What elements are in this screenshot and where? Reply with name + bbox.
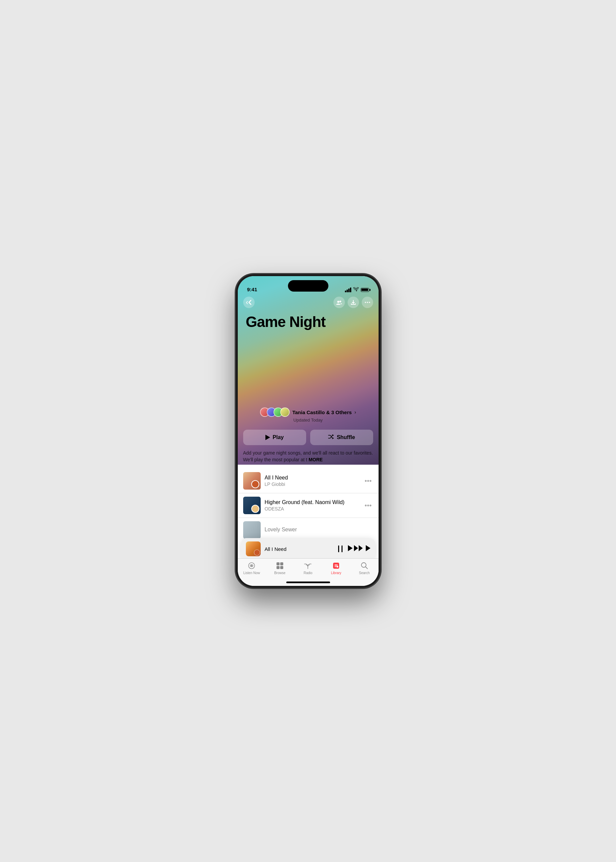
song-info-2: Higher Ground (feat. Naomi Wild) ODESZA <box>265 499 359 512</box>
mini-player-artwork <box>246 542 261 556</box>
phone-wrapper: 9:41 <box>236 274 380 588</box>
svg-rect-9 <box>277 562 280 565</box>
svg-line-18 <box>365 567 368 569</box>
tab-label-browse: Browse <box>274 571 285 575</box>
nav-bar <box>238 294 379 311</box>
wifi-icon <box>353 287 359 292</box>
tab-radio[interactable]: Radio <box>294 561 322 575</box>
nav-actions <box>333 297 373 308</box>
pause-button[interactable] <box>338 545 343 552</box>
svg-marker-5 <box>354 545 358 551</box>
song-artwork-1 <box>243 472 261 490</box>
action-buttons: Play Shuffle <box>243 430 373 445</box>
forward-button[interactable] <box>348 545 371 553</box>
song-title-2: Higher Ground (feat. Naomi Wild) <box>265 499 359 506</box>
dynamic-island <box>288 280 328 292</box>
pause-bar-2 <box>341 545 343 552</box>
svg-point-2 <box>365 302 366 303</box>
back-button[interactable] <box>243 297 255 308</box>
status-time: 9:41 <box>247 287 257 292</box>
mini-player-controls <box>338 545 371 553</box>
mini-player-title: All I Need <box>265 546 334 552</box>
mini-player[interactable]: All I Need <box>241 538 375 560</box>
tab-listen-now[interactable]: Listen Now <box>238 561 266 575</box>
songs-list: All I Need LP Giobbi ••• Higher Ground (… <box>238 469 379 542</box>
browse-icon <box>275 561 284 570</box>
battery-fill <box>361 289 368 291</box>
song-item-2[interactable]: Higher Ground (feat. Naomi Wild) ODESZA … <box>238 493 379 518</box>
description-text: Add your game night songs, and we'll all… <box>243 450 373 462</box>
playlist-title-text: Game Night <box>246 314 371 330</box>
avatar-4 <box>280 407 290 417</box>
battery-icon <box>361 288 369 292</box>
home-indicator <box>286 581 330 583</box>
song-title-3: Lovely Sewer <box>265 527 373 533</box>
collab-row[interactable]: Tania Castillo & 3 Others › <box>260 407 356 417</box>
song-artist-2: ODESZA <box>265 506 359 512</box>
collab-updated: Updated Today <box>293 418 323 422</box>
people-button[interactable] <box>333 297 345 308</box>
tab-browse[interactable]: Browse <box>266 561 294 575</box>
svg-marker-6 <box>359 545 363 551</box>
screen: 9:41 <box>238 276 379 586</box>
song-item-1[interactable]: All I Need LP Giobbi ••• <box>238 469 379 493</box>
song-more-2[interactable]: ••• <box>363 500 373 511</box>
status-icons <box>345 287 369 292</box>
collab-name: Tania Castillo & 3 Others <box>292 410 352 415</box>
radio-icon <box>303 561 312 570</box>
song-artwork-2 <box>243 497 261 514</box>
description-more[interactable]: MORE <box>308 457 323 462</box>
svg-point-3 <box>367 302 368 303</box>
phone-frame: 9:41 <box>236 274 380 588</box>
collaborators: Tania Castillo & 3 Others › Updated Toda… <box>238 407 379 422</box>
shuffle-label: Shuffle <box>337 434 355 440</box>
play-button[interactable]: Play <box>243 430 306 445</box>
tab-library[interactable]: Library <box>322 561 350 575</box>
svg-point-16 <box>337 566 338 568</box>
tab-label-radio: Radio <box>303 571 312 575</box>
play-label: Play <box>273 434 284 440</box>
search-icon <box>360 561 369 570</box>
song-title-1: All I Need <box>265 475 359 481</box>
tab-label-listen-now: Listen Now <box>244 571 260 575</box>
download-button[interactable] <box>347 297 359 308</box>
tab-label-search: Search <box>359 571 370 575</box>
svg-rect-10 <box>280 562 283 565</box>
svg-point-0 <box>337 301 339 303</box>
collab-avatars <box>260 407 290 417</box>
tab-search[interactable]: Search <box>350 561 379 575</box>
signal-bars-icon <box>345 287 351 292</box>
library-icon <box>332 561 341 570</box>
pause-bar-1 <box>338 545 339 552</box>
collab-chevron-icon: › <box>354 410 356 415</box>
tab-label-library: Library <box>331 571 341 575</box>
svg-point-4 <box>369 302 370 303</box>
song-artist-1: LP Giobbi <box>265 482 359 487</box>
play-icon <box>266 435 270 440</box>
song-artwork-3 <box>243 521 261 539</box>
playlist-title: Game Night <box>246 314 371 330</box>
more-button[interactable] <box>362 297 373 308</box>
svg-rect-11 <box>277 566 280 569</box>
svg-point-1 <box>339 301 341 302</box>
svg-point-8 <box>251 565 252 566</box>
listen-now-icon <box>247 561 256 570</box>
song-info-3: Lovely Sewer <box>265 527 373 533</box>
description: Add your game night songs, and we'll all… <box>243 450 373 463</box>
song-more-1[interactable]: ••• <box>363 476 373 486</box>
shuffle-icon <box>328 434 334 440</box>
song-info-1: All I Need LP Giobbi <box>265 475 359 487</box>
svg-rect-12 <box>280 566 283 569</box>
shuffle-button[interactable]: Shuffle <box>310 430 373 445</box>
